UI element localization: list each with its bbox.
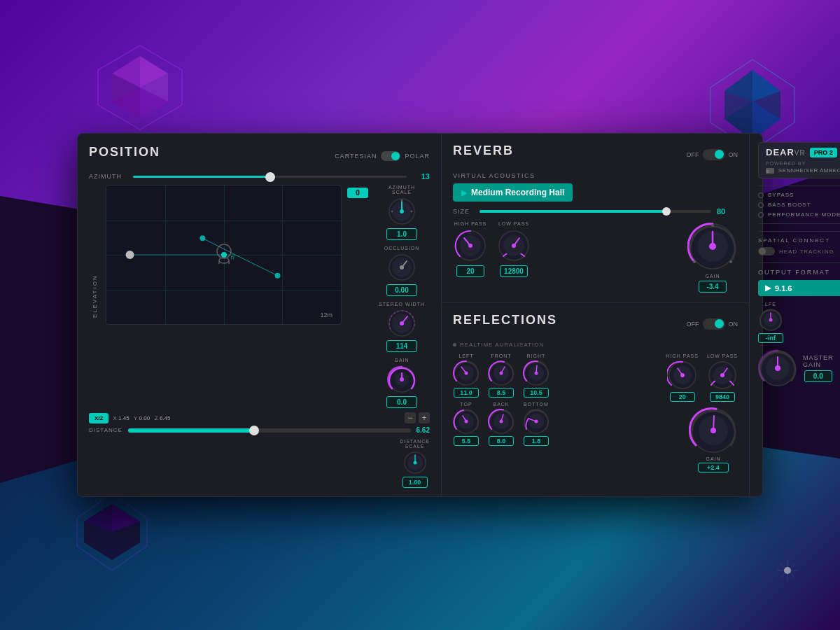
lfe-label: LFE [765,302,776,307]
master-gain-knob[interactable] [758,349,797,388]
distance-marker: 12m [320,312,332,318]
refl-lowpass-knob[interactable] [707,360,738,391]
stereo-width-label: STEREO WIDTH [379,302,425,307]
refl-front-knob[interactable] [488,360,514,386]
reverb-lowpass-value: 12800 [500,265,528,277]
refl-bottom-knob[interactable] [523,408,550,435]
refl-gain-label: GAIN [706,456,720,461]
lfe-knob[interactable] [759,308,783,332]
xyz-coords: X 1.45 Y 0.00 Z 6.45 [113,415,170,421]
head-icon: R [210,241,238,269]
performance-mode-radio[interactable] [758,212,764,218]
reverb-highpass-group: HIGH PASS 20 [453,221,488,277]
performance-mode-option[interactable]: PERFORMANCE MODE [758,211,840,218]
preset-name: Medium Recording Hall [471,188,564,197]
position-gain-knob[interactable] [386,364,417,395]
reverb-toggle-track[interactable] [703,149,725,160]
reverb-title: REVERB [453,144,514,158]
sennheiser-logo: S SENNHEISER AMBEO [766,167,840,174]
svg-point-45 [400,321,404,326]
bass-boost-option[interactable]: BASS BOOST [758,202,840,208]
svg-point-38 [411,211,413,213]
lfe-group: LFE -inf [758,302,783,343]
head-tracking-toggle[interactable] [758,247,775,255]
lfe-clarity-row: LFE -inf CLARITY [758,302,840,343]
radio-options: BYPASS BASS BOOST PERFORMANCE MODE [758,186,840,224]
preset-button[interactable]: ▶ Medium Recording Hall [453,183,573,202]
position-knob-panel: AZIMUTHSCALE 1.0 [374,185,430,408]
bass-boost-radio[interactable] [758,202,764,208]
reflections-grid: LEFT 11. [453,354,738,472]
svg-point-87 [720,373,724,377]
reflections-title: REFLECTIONS [453,313,557,328]
reverb-highpass-label: HIGH PASS [454,221,487,226]
svg-point-62 [729,260,732,263]
reverb-off-label: OFF [687,151,699,158]
master-gain-row: MASTERGAIN 0.0 [758,349,840,388]
position-gain-group: GAIN 0.0 [374,358,430,408]
reflections-toggle[interactable]: OFF ON [687,318,738,330]
refl-left-group: LEFT 11. [453,354,479,398]
realtime-indicator [453,343,456,346]
zoom-out-button[interactable]: − [405,412,416,424]
svg-marker-9 [724,70,780,140]
refl-back-knob[interactable] [488,408,514,435]
zoom-in-button[interactable]: + [419,412,430,424]
format-button[interactable]: ▶ 9.1.6 [758,280,840,296]
reflections-off-label: OFF [687,321,699,328]
reverb-lowpass-label: LOW PASS [498,221,529,226]
coord-toggle-track[interactable] [381,151,400,161]
bass-boost-label: BASS BOOST [768,202,811,208]
reverb-gain-knob[interactable] [687,221,738,272]
svg-point-66 [465,372,468,375]
reverb-gain-value: -3.4 [699,281,727,293]
reverb-highpass-knob[interactable] [453,228,488,263]
refl-back-value: 8.0 [489,436,514,446]
reverb-lowpass-knob[interactable] [496,228,531,263]
size-label: SIZE [453,208,474,215]
refl-highpass-knob[interactable] [667,360,698,391]
bypass-radio[interactable] [758,192,764,198]
svg-point-72 [535,372,538,375]
azimuth-slider[interactable] [133,176,407,178]
reflections-filter-section: HIGH PASS 20 [666,354,738,472]
size-slider[interactable] [479,210,711,213]
head-tracking-label: HEAD TRACKING [779,248,834,255]
svg-text:R: R [230,255,234,261]
performance-mode-label: PERFORMANCE MODE [768,211,840,218]
distance-label: DISTANCE [89,427,122,433]
coord-toggle[interactable]: CARTESIAN POLAR [335,151,430,161]
elevation-label: ELEVATION [89,185,100,408]
refl-gain-knob[interactable] [689,406,738,455]
reverb-toggle[interactable]: OFF ON [687,149,738,160]
reflections-toggle-track[interactable] [703,318,725,330]
azimuth-scale-knob[interactable] [386,196,417,227]
refl-right-value: 10.5 [524,388,549,398]
svg-marker-1 [112,56,168,119]
svg-point-37 [401,200,403,202]
svg-point-36 [400,209,404,214]
occlusion-value: 0.00 [386,284,417,296]
refl-right-knob[interactable] [523,360,550,386]
svg-point-28 [126,251,134,259]
svg-point-63 [693,260,696,263]
refl-left-knob[interactable] [453,360,479,386]
distance-value: 6.62 [416,426,430,434]
refl-filter-row: HIGH PASS 20 [666,354,738,402]
stereo-width-knob[interactable] [386,308,417,339]
azimuth-scale-label: AZIMUTHSCALE [388,185,415,195]
svg-line-22 [780,564,794,578]
svg-point-90 [710,428,716,433]
refl-top-knob[interactable] [453,408,479,435]
distance-slider[interactable] [128,428,411,433]
position-title: POSITION [89,145,160,160]
distance-scale-knob[interactable] [402,450,428,475]
occlusion-knob[interactable] [386,252,417,283]
svg-marker-5 [140,88,168,119]
z-value: 6.45 [160,415,171,421]
svg-point-51 [413,461,416,465]
refl-right-label: RIGHT [527,354,546,358]
position-grid[interactable]: R 12m [106,185,342,325]
bypass-option[interactable]: BYPASS [758,192,840,198]
xz-button[interactable]: X/Z [89,413,108,424]
